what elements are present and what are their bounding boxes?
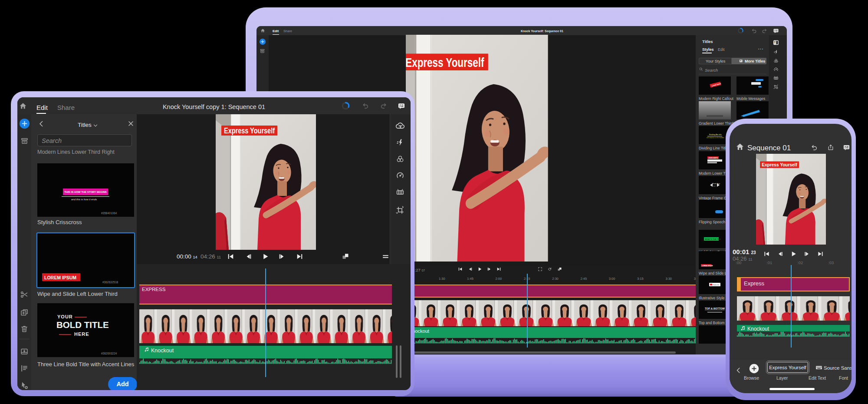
svg-text:T: T — [774, 41, 776, 44]
svg-text:TOP & BOTTOM: TOP & BOTTOM — [705, 307, 725, 310]
svg-text:JOHN SMITH: JOHN SMITH — [708, 157, 718, 159]
svg-text:WHAT'S THE TEA: WHAT'S THE TEA — [705, 238, 721, 240]
svg-text:Subscribe: Subscribe — [713, 284, 719, 286]
svg-text:with emphasis on the headline: with emphasis on the headline — [707, 137, 724, 139]
svg-text:Words Here: Words Here — [712, 183, 720, 185]
svg-text:2017: 2017 — [713, 185, 716, 187]
svg-text:LOREM IPSUM: LOREM IPSUM — [702, 265, 713, 267]
svg-text:Dividing Bar title: Dividing Bar title — [709, 134, 722, 136]
